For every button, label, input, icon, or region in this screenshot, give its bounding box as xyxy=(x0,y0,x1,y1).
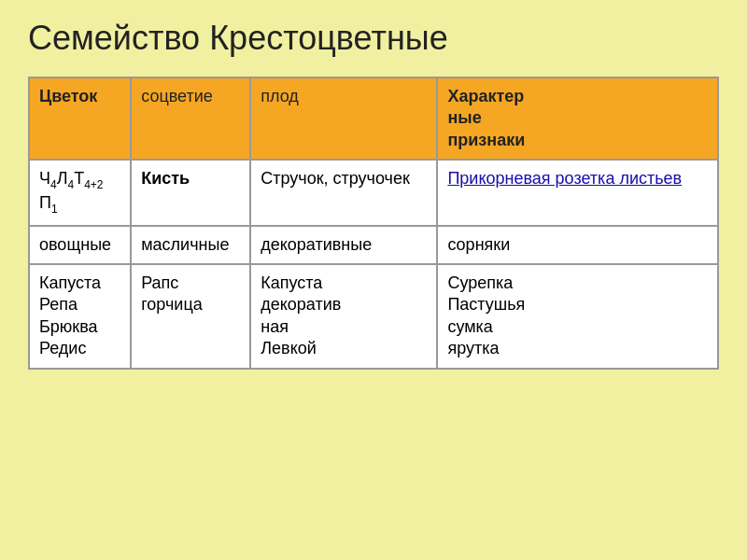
category-row: овощные масличные декоративные сорняки xyxy=(29,226,718,264)
category-col3: декоративные xyxy=(250,226,437,264)
characteristics-cell[interactable]: Прикорневая розетка листьев xyxy=(437,160,718,225)
header-col2: соцветие xyxy=(131,77,250,160)
page-title: Семейство Крестоцветные xyxy=(28,19,719,58)
category-col1: овощные xyxy=(29,226,131,264)
page: Семейство Крестоцветные Цветок соцветие … xyxy=(0,0,747,560)
characteristics-link[interactable]: Прикорневая розетка листьев xyxy=(447,169,682,188)
header-col1: Цветок xyxy=(29,77,131,160)
examples-col4: СурепкаПастушьясумкаярутка xyxy=(437,264,718,369)
formula-row: Ч4Л4Т4+2П1 Кисть Стручок, стручочек Прик… xyxy=(29,160,718,225)
category-col2: масличные xyxy=(131,226,250,264)
header-col4: Характерныепризнаки xyxy=(437,77,718,160)
inflorescence-cell: Кисть xyxy=(131,160,250,225)
examples-col2: Рапсгорчица xyxy=(131,264,250,369)
fruit-cell: Стручок, стручочек xyxy=(250,160,437,225)
main-table: Цветок соцветие плод Характерныепризнаки… xyxy=(28,77,719,370)
formula-cell: Ч4Л4Т4+2П1 xyxy=(29,160,131,225)
header-row: Цветок соцветие плод Характерныепризнаки xyxy=(29,77,718,160)
header-col3: плод xyxy=(250,77,437,160)
examples-row: КапустаРепаБрюкваРедис Рапсгорчица Капус… xyxy=(29,264,718,369)
category-col4: сорняки xyxy=(437,226,718,264)
examples-col1: КапустаРепаБрюкваРедис xyxy=(29,264,131,369)
examples-col3: КапустадекоративнаяЛевкой xyxy=(250,264,437,369)
